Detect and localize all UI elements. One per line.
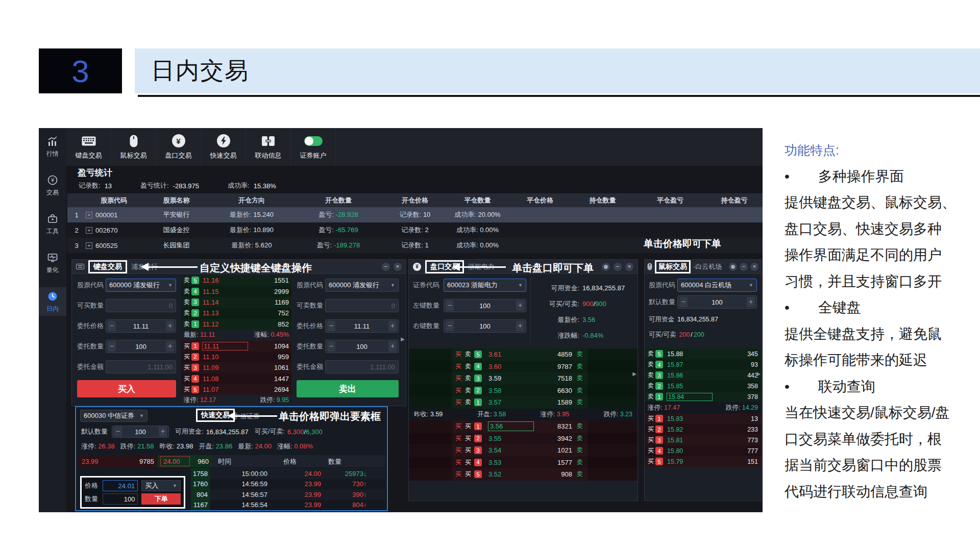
sell-here-button[interactable]: 卖 (572, 350, 587, 359)
selected-price-box[interactable]: 11.11 (203, 342, 248, 350)
minimize-icon[interactable]: − (614, 263, 622, 271)
expand-right-icon[interactable]: ▶ (632, 371, 636, 377)
security-code-select[interactable]: 600023 浙能电力▼ (444, 279, 526, 292)
ask-row[interactable]: 卖515.88345 (645, 348, 761, 359)
toolbar-linked-info[interactable]: 联动信息 (246, 128, 291, 166)
minus-icon[interactable]: − (446, 321, 454, 331)
stock-code-select[interactable]: 600000 浦发银行▼ (325, 279, 399, 292)
expand-icon[interactable]: + (86, 212, 92, 218)
bid-row[interactable]: 买115.8313 (645, 413, 761, 424)
toolbar-keyboard-trade[interactable]: 键盘交易 (66, 128, 111, 166)
minus-icon[interactable]: − (114, 427, 122, 437)
minus-icon[interactable]: − (108, 341, 116, 352)
stock-code-select[interactable]: 600030 中信证券▼ (80, 410, 148, 422)
ask-row[interactable]: 卖415.8793 (645, 359, 761, 370)
bid-row[interactable]: 买买33.541021卖 (409, 444, 638, 457)
plus-icon[interactable]: + (747, 297, 755, 307)
selected-price-box[interactable]: 24.00 (160, 456, 190, 466)
bid-row[interactable]: 买415.80777 (645, 445, 761, 456)
stock-code-select[interactable]: 600000 浦发银行▼ (106, 279, 176, 292)
selected-price-box[interactable]: 3.56 (488, 422, 533, 431)
tape-row[interactable]: 175815:00:0024.0025973↓ (191, 468, 385, 479)
tape-row[interactable]: 176014:56:5923.99730↑ (191, 479, 385, 490)
plus-icon[interactable]: + (388, 321, 397, 331)
ask-cell[interactable]: 24.00 960 (158, 455, 212, 467)
ask-row[interactable]: 卖211.13752 (181, 308, 291, 318)
bid-row[interactable]: 买买53.52908卖 (409, 468, 638, 481)
bid-row[interactable]: 买515.79151 (645, 456, 761, 467)
close-icon[interactable]: × (394, 263, 402, 271)
toolbar-book-trade[interactable]: ¥ 盘口交易 (156, 128, 201, 166)
plus-icon[interactable]: + (516, 321, 524, 331)
bid-cell[interactable]: 23.999785 (78, 455, 158, 467)
order-qty-stepper[interactable]: −100+ (325, 340, 399, 353)
buy-button[interactable]: 买入 (77, 380, 176, 397)
ask-row[interactable]: 买卖53.614859卖 (409, 348, 638, 361)
order-amount-field[interactable]: 1,111.00 (106, 360, 176, 373)
ask-row[interactable]: 卖511.161551 (181, 275, 291, 286)
bid-row[interactable]: 买411.081447 (181, 373, 291, 384)
table-row[interactable]: 2 +002670 国盛金控 最新价: 10.890 盈亏: -65.769 记… (67, 222, 763, 238)
minus-icon[interactable]: − (108, 321, 116, 331)
ask-row[interactable]: 买卖13.571589卖 (409, 396, 638, 409)
bid-row[interactable]: 买215.82233 (645, 424, 761, 435)
account-toggle-icon[interactable] (304, 134, 323, 148)
bid-row[interactable]: 买211.10959 (181, 352, 291, 362)
expand-right-icon[interactable]: ▶ (756, 371, 761, 377)
buy-here-button[interactable]: 买 (452, 350, 465, 359)
plus-icon[interactable]: + (166, 321, 174, 331)
buyable-qty-field[interactable]: 0 (106, 299, 176, 312)
close-icon[interactable]: × (750, 263, 758, 271)
popup-qty-input[interactable]: 100 (103, 493, 138, 505)
ask-row[interactable]: 卖311.141169 (181, 297, 291, 308)
sidebar-item-quotes[interactable]: 行情 (39, 132, 66, 161)
plus-icon[interactable]: + (166, 341, 174, 352)
plus-icon[interactable]: + (516, 300, 524, 311)
expand-icon[interactable]: + (86, 227, 92, 234)
order-price-stepper[interactable]: −11.11+ (106, 319, 176, 333)
table-row[interactable]: 1 +000001 平安银行 最新价: 15.240 盈亏: -28.928 记… (67, 207, 763, 222)
bid-row[interactable]: 买511.072694 (181, 384, 291, 395)
sidebar-item-trade[interactable]: ¥ 交易 (39, 171, 66, 199)
ask-row[interactable]: 买卖23.586630卖 (409, 385, 638, 397)
gear-icon[interactable] (729, 263, 737, 271)
ask-row[interactable]: 卖215.85358 (645, 381, 761, 391)
stock-code-select[interactable]: 600004 白云机场▼ (677, 279, 757, 292)
minus-icon[interactable]: − (446, 300, 454, 311)
order-price-stepper[interactable]: −11.11+ (325, 319, 399, 333)
default-qty-stepper[interactable]: −100+ (677, 295, 757, 309)
bid-row[interactable]: 买315.81773 (645, 435, 761, 445)
expand-right-icon[interactable]: ▶ (401, 336, 405, 342)
order-amount-field[interactable]: 1,111.00 (325, 360, 399, 373)
place-order-button[interactable]: 下单 (141, 493, 181, 505)
ask-row[interactable]: 买卖43.609787卖 (409, 361, 638, 373)
ask-row[interactable]: 卖115.84378 (645, 391, 761, 402)
sellable-qty-field[interactable]: 0 (325, 299, 399, 312)
default-qty-stepper[interactable]: −100+ (112, 425, 169, 438)
popup-side-select[interactable]: 买入▼ (141, 480, 181, 491)
expand-icon[interactable]: + (86, 242, 92, 249)
ask-row[interactable]: 卖411.152999 (181, 286, 291, 296)
plus-icon[interactable]: + (388, 341, 397, 352)
sidebar-item-tools[interactable]: 工具 (39, 210, 66, 238)
ask-row[interactable]: 买卖33.597518卖 (409, 372, 638, 385)
tape-row[interactable]: 116714:56:5423.99804↑ (191, 500, 385, 511)
toolbar-mouse-trade[interactable]: 鼠标交易 (111, 128, 156, 166)
order-qty-stepper[interactable]: −100+ (106, 340, 176, 353)
left-click-qty-stepper[interactable]: −100+ (444, 299, 526, 312)
bid-row[interactable]: 买买23.553942卖 (409, 433, 638, 445)
minus-icon[interactable]: − (327, 341, 335, 352)
minimize-icon[interactable]: − (382, 263, 390, 271)
right-click-qty-stepper[interactable]: −100+ (444, 319, 526, 333)
sidebar-item-quant[interactable]: 量化 (39, 248, 66, 277)
toolbar-quick-trade[interactable]: 快速交易 (201, 128, 246, 166)
minus-icon[interactable]: − (327, 321, 335, 331)
minus-icon[interactable]: − (679, 297, 688, 307)
sell-button[interactable]: 卖出 (297, 380, 399, 397)
bid-row[interactable]: 买买13.568321卖 (409, 420, 638, 433)
gear-icon[interactable] (602, 263, 610, 271)
selected-price-box[interactable]: 15.84 (667, 393, 712, 400)
sidebar-item-intraday[interactable]: 日内 (39, 287, 66, 316)
toolbar-broker-account[interactable]: 证券账户 (291, 128, 336, 166)
ask-row[interactable]: 卖315.86442 (645, 370, 761, 381)
